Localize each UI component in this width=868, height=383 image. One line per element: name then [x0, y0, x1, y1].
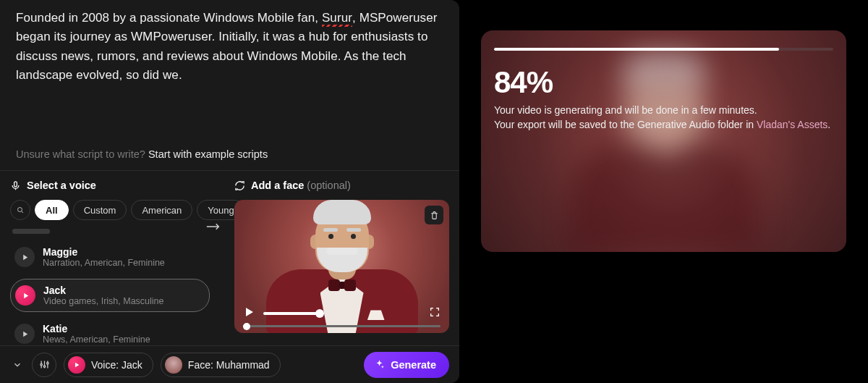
chip-american[interactable]: American — [131, 200, 192, 220]
voice-item-katie[interactable]: Katie News, American, Feminine — [10, 318, 210, 345]
voice-item-jack[interactable]: Jack Video games, Irish, Masculine — [10, 279, 210, 312]
trash-icon — [430, 211, 439, 220]
script-text-pre: Founded in 2008 by a passionate Windows … — [16, 11, 322, 25]
progress-fill — [494, 48, 779, 51]
chips-scrollbar[interactable] — [12, 229, 50, 234]
fullscreen-button[interactable] — [429, 306, 441, 321]
voice-play-button[interactable] — [14, 247, 35, 267]
script-text-underlined: Surur — [322, 11, 352, 25]
settings-button[interactable] — [32, 353, 56, 377]
sliders-icon — [39, 359, 50, 370]
svg-point-3 — [43, 366, 46, 368]
chips-scroll-right[interactable] — [205, 222, 221, 235]
svg-point-4 — [46, 362, 48, 364]
hint-lead: Unsure what script to write? — [16, 148, 148, 160]
selected-voice-pill[interactable]: Voice: Jack — [64, 353, 153, 377]
script-area[interactable]: Founded in 2008 by a passionate Windows … — [0, 0, 459, 85]
play-icon — [73, 361, 80, 369]
play-icon — [21, 253, 29, 261]
delete-face-button[interactable] — [425, 206, 443, 224]
face-panel-title: Add a face (optional) — [234, 180, 449, 191]
voice-play-button[interactable] — [15, 285, 35, 306]
voice-search-button[interactable] — [10, 200, 30, 220]
fullscreen-icon — [429, 306, 441, 318]
svg-rect-0 — [14, 182, 17, 187]
voice-play-button[interactable] — [14, 324, 35, 344]
video-play-button[interactable] — [243, 306, 255, 321]
voice-tags: News, American, Feminine — [43, 334, 150, 345]
play-icon — [22, 292, 30, 300]
progress-line1: Your video is generating and will be don… — [494, 103, 833, 117]
progress-line2: Your export will be saved to the Generat… — [494, 117, 833, 132]
play-icon — [21, 330, 29, 338]
voice-dot-icon — [68, 356, 85, 374]
voice-filter-chips: All Custom American Young Fen — [10, 200, 224, 220]
video-controls — [234, 300, 449, 333]
chip-custom[interactable]: Custom — [73, 200, 127, 220]
collapse-toggle[interactable] — [10, 358, 25, 372]
arrow-right-icon — [205, 222, 221, 232]
face-dot-icon — [165, 356, 182, 374]
face-panel: Add a face (optional) — [224, 171, 459, 345]
voice-tags: Video games, Irish, Masculine — [43, 296, 164, 306]
blurred-avatar — [570, 64, 758, 252]
editor-panel: Founded in 2008 by a passionate Windows … — [0, 0, 459, 383]
play-icon — [243, 306, 255, 318]
voice-list: Maggie Narration, American, Feminine Jac… — [10, 241, 224, 345]
script-hint: Unsure what script to write? Start with … — [0, 148, 459, 170]
voice-panel-title: Select a voice — [10, 180, 224, 191]
voice-name: Jack — [43, 285, 164, 296]
svg-point-2 — [40, 363, 42, 366]
voice-name: Maggie — [43, 246, 165, 258]
sparkle-icon — [374, 359, 385, 370]
selected-voice-label: Voice: Jack — [91, 359, 142, 371]
face-preview[interactable] — [234, 200, 449, 333]
script-text: Founded in 2008 by a passionate Windows … — [16, 9, 443, 85]
example-scripts-link[interactable]: Start with example scripts — [148, 148, 268, 160]
voice-item-maggie[interactable]: Maggie Narration, American, Feminine — [10, 241, 210, 273]
selected-face-label: Face: Muhammad — [188, 359, 270, 371]
seek-bar[interactable] — [243, 325, 441, 327]
bottom-bar: Voice: Jack Face: Muhammad Generate — [0, 345, 459, 383]
progress-message: Your video is generating and will be don… — [494, 103, 833, 132]
svg-point-1 — [18, 208, 22, 212]
generation-preview: 84% Your video is generating and will be… — [481, 30, 846, 252]
voice-panel: Select a voice All Custom American Young… — [0, 171, 224, 345]
selected-face-pill[interactable]: Face: Muhammad — [161, 353, 281, 377]
assets-link[interactable]: Vladan's Assets — [757, 119, 827, 130]
output-panel: 84% Your video is generating and will be… — [459, 0, 868, 383]
generate-button[interactable]: Generate — [364, 352, 449, 378]
progress-track — [494, 48, 833, 51]
search-icon — [16, 206, 25, 214]
chip-all[interactable]: All — [35, 200, 69, 220]
refresh-icon — [234, 180, 245, 191]
mic-icon — [10, 180, 21, 191]
voice-name: Katie — [43, 323, 150, 334]
voice-tags: Narration, American, Feminine — [43, 258, 165, 268]
chevron-down-icon — [12, 360, 22, 370]
progress-percent: 84% — [494, 65, 553, 100]
generate-label: Generate — [391, 359, 436, 371]
volume-slider[interactable] — [263, 312, 320, 315]
